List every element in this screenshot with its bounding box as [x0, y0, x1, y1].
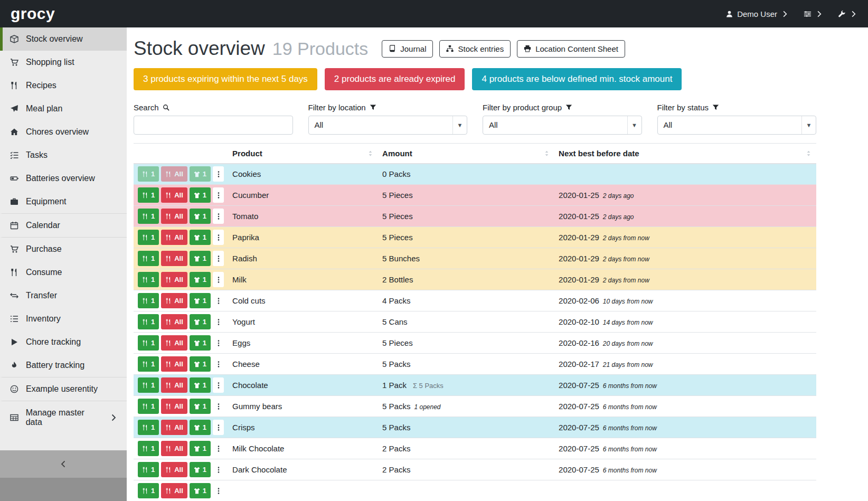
- open-one-button[interactable]: 1: [190, 293, 211, 308]
- open-one-button[interactable]: 1: [190, 377, 211, 393]
- sidebar-item-equipment[interactable]: Equipment: [0, 190, 127, 213]
- consume-one-button[interactable]: 1: [138, 230, 159, 245]
- row-menu-button[interactable]: [213, 420, 224, 435]
- product-group-select[interactable]: All ▼: [483, 116, 642, 135]
- consume-all-button[interactable]: All: [161, 483, 187, 498]
- sidebar-item-chore-tracking[interactable]: Chore tracking: [0, 330, 127, 354]
- open-one-button[interactable]: 1: [190, 166, 211, 182]
- open-one-button[interactable]: 1: [190, 420, 211, 435]
- sidebar-item-consume[interactable]: Consume: [0, 261, 127, 284]
- consume-all-button[interactable]: All: [161, 420, 187, 435]
- row-menu-button[interactable]: [213, 230, 224, 245]
- open-one-button[interactable]: 1: [190, 483, 211, 498]
- user-menu[interactable]: Demo User: [725, 10, 789, 18]
- consume-all-button[interactable]: All: [161, 230, 187, 245]
- consume-all-button[interactable]: All: [161, 441, 187, 456]
- sidebar-item-shopping-list[interactable]: Shopping list: [0, 51, 127, 74]
- consume-all-button[interactable]: All: [161, 293, 187, 308]
- consume-one-button[interactable]: 1: [138, 356, 159, 372]
- consume-all-button[interactable]: All: [161, 251, 187, 266]
- consume-one-button[interactable]: 1: [138, 187, 159, 203]
- sort-icon[interactable]: [543, 150, 550, 157]
- consume-one-button[interactable]: 1: [138, 335, 159, 351]
- open-one-button[interactable]: 1: [190, 462, 211, 477]
- sidebar-item-calendar[interactable]: Calendar: [0, 213, 127, 237]
- open-one-button[interactable]: 1: [190, 187, 211, 203]
- consume-all-button[interactable]: All: [161, 356, 187, 372]
- status-select[interactable]: All ▼: [657, 116, 817, 135]
- sidebar-item-stock-overview[interactable]: Stock overview: [0, 27, 127, 51]
- search-input[interactable]: [134, 116, 293, 135]
- open-one-button[interactable]: 1: [190, 399, 211, 414]
- amount-column-header[interactable]: Amount: [378, 143, 554, 164]
- open-one-button[interactable]: 1: [190, 441, 211, 456]
- open-one-button[interactable]: 1: [190, 335, 211, 351]
- row-menu-button[interactable]: [213, 399, 224, 414]
- sidebar-item-recipes[interactable]: Recipes: [0, 74, 127, 97]
- sidebar-item-batteries-overview[interactable]: Batteries overview: [0, 167, 127, 190]
- row-menu-button[interactable]: [213, 187, 224, 203]
- consume-one-button[interactable]: 1: [138, 209, 159, 224]
- row-menu-button[interactable]: [213, 335, 224, 351]
- row-menu-button[interactable]: [213, 462, 224, 477]
- open-one-button[interactable]: 1: [190, 209, 211, 224]
- sidebar-item-meal-plan[interactable]: Meal plan: [0, 97, 127, 120]
- row-menu-button[interactable]: [213, 293, 224, 308]
- sidebar-item-inventory[interactable]: Inventory: [0, 307, 127, 330]
- open-one-button[interactable]: 1: [190, 230, 211, 245]
- below-min-stock-banner[interactable]: 4 products are below defined min. stock …: [472, 68, 682, 90]
- consume-all-button[interactable]: All: [161, 335, 187, 351]
- consume-all-button[interactable]: All: [161, 272, 187, 287]
- open-one-button[interactable]: 1: [190, 251, 211, 266]
- consume-one-button[interactable]: 1: [138, 251, 159, 266]
- consume-one-button[interactable]: 1: [138, 377, 159, 393]
- best-before-column-header[interactable]: Next best before date: [554, 143, 816, 164]
- consume-all-button[interactable]: All: [161, 209, 187, 224]
- stock-entries-button[interactable]: Stock entries: [439, 40, 511, 58]
- row-menu-button[interactable]: [213, 377, 224, 393]
- location-content-sheet-button[interactable]: Location Content Sheet: [517, 40, 625, 58]
- consume-one-button[interactable]: 1: [138, 314, 159, 329]
- consume-all-button[interactable]: All: [161, 187, 187, 203]
- open-one-button[interactable]: 1: [190, 356, 211, 372]
- consume-one-button[interactable]: 1: [138, 272, 159, 287]
- consume-one-button[interactable]: 1: [138, 166, 159, 182]
- row-menu-button[interactable]: [213, 483, 224, 498]
- consume-one-button[interactable]: 1: [138, 293, 159, 308]
- consume-all-button[interactable]: All: [161, 399, 187, 414]
- consume-one-button[interactable]: 1: [138, 399, 159, 414]
- product-column-header[interactable]: Product: [228, 143, 378, 164]
- consume-all-button[interactable]: All: [161, 314, 187, 329]
- sidebar-item-manage-master-data[interactable]: Manage master data: [0, 401, 127, 434]
- consume-all-button[interactable]: All: [161, 462, 187, 477]
- open-one-button[interactable]: 1: [190, 272, 211, 287]
- row-menu-button[interactable]: [213, 314, 224, 329]
- app-logo[interactable]: grocy: [11, 5, 55, 23]
- sidebar-item-purchase[interactable]: Purchase: [0, 237, 127, 261]
- row-menu-button[interactable]: [213, 272, 224, 287]
- expired-banner[interactable]: 2 products are already expired: [325, 68, 465, 90]
- consume-one-button[interactable]: 1: [138, 462, 159, 477]
- row-menu-button[interactable]: [213, 251, 224, 266]
- sidebar-collapse-button[interactable]: [0, 450, 127, 478]
- expiring-banner[interactable]: 3 products expiring within the next 5 da…: [134, 68, 317, 90]
- admin-tools-menu[interactable]: [838, 10, 857, 18]
- row-menu-button[interactable]: [213, 356, 224, 372]
- consume-all-button[interactable]: All: [161, 377, 187, 393]
- sidebar-item-battery-tracking[interactable]: Battery tracking: [0, 354, 127, 377]
- sort-icon[interactable]: [805, 150, 812, 157]
- sidebar-item-chores-overview[interactable]: Chores overview: [0, 120, 127, 144]
- row-menu-button[interactable]: [213, 441, 224, 456]
- row-menu-button[interactable]: [213, 209, 224, 224]
- journal-button[interactable]: Journal: [382, 40, 433, 58]
- consume-one-button[interactable]: 1: [138, 420, 159, 435]
- consume-one-button[interactable]: 1: [138, 441, 159, 456]
- settings-menu[interactable]: [804, 10, 823, 18]
- location-select[interactable]: All ▼: [308, 116, 468, 135]
- consume-one-button[interactable]: 1: [138, 483, 159, 498]
- sidebar-item-transfer[interactable]: Transfer: [0, 284, 127, 307]
- sidebar-item-tasks[interactable]: Tasks: [0, 144, 127, 167]
- row-menu-button[interactable]: [213, 166, 224, 182]
- consume-all-button[interactable]: All: [161, 166, 187, 182]
- sidebar-item-example-userentity[interactable]: Example userentity: [0, 377, 127, 401]
